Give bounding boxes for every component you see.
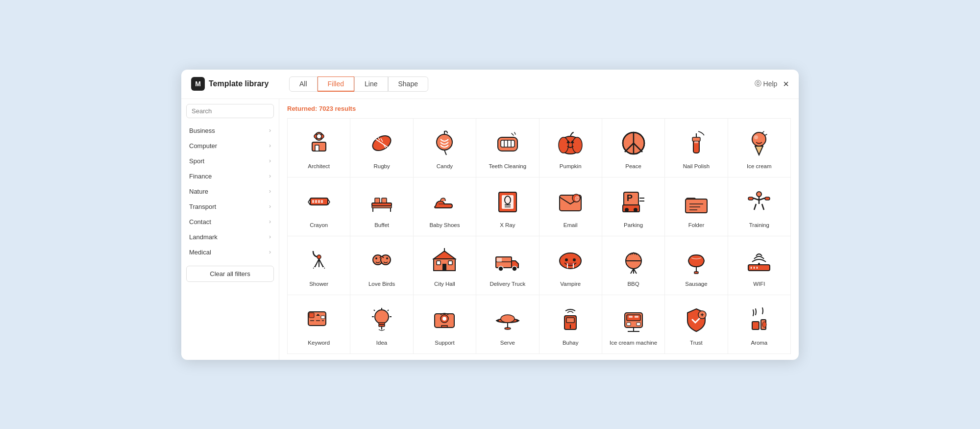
- svg-point-90: [560, 253, 581, 269]
- icon-image: [492, 127, 523, 159]
- icon-label: BBQ: [627, 280, 639, 288]
- icon-label: Parking: [624, 222, 643, 229]
- list-item[interactable]: P Parking: [602, 177, 665, 236]
- icon-image: [555, 127, 586, 159]
- list-item[interactable]: Candy: [414, 119, 476, 177]
- list-item[interactable]: Ice cream: [728, 119, 791, 177]
- list-item[interactable]: Trust: [665, 295, 728, 354]
- svg-rect-62: [686, 199, 707, 213]
- list-item[interactable]: Crayon: [288, 177, 350, 236]
- list-item[interactable]: Nail Polish: [665, 119, 728, 177]
- template-library-modal: M Template library All Filled Line Shape…: [181, 70, 799, 360]
- list-item[interactable]: Teeth Cleaning: [476, 119, 539, 177]
- svg-point-92: [573, 258, 576, 261]
- list-item[interactable]: Peace: [602, 119, 665, 177]
- list-item[interactable]: X Ray: [476, 177, 539, 236]
- list-item[interactable]: Delivery Truck: [476, 236, 539, 295]
- list-item[interactable]: Shower: [288, 236, 350, 295]
- sidebar-item-contact[interactable]: Contact ›: [181, 214, 279, 229]
- icon-label: Candy: [437, 163, 453, 170]
- svg-point-111: [375, 310, 389, 324]
- list-item[interactable]: Keyword: [288, 295, 350, 354]
- icon-image: [743, 245, 775, 277]
- list-item[interactable]: Support: [414, 295, 476, 354]
- sidebar-item-medical[interactable]: Medical ›: [181, 245, 279, 260]
- sidebar-item-sport[interactable]: Sport ›: [181, 153, 279, 169]
- svg-point-74: [317, 255, 321, 259]
- clear-filters-button[interactable]: Clear all filters: [186, 266, 274, 282]
- list-item[interactable]: WIFI: [728, 236, 791, 295]
- svg-point-104: [758, 263, 760, 265]
- list-item[interactable]: Buffet: [350, 177, 413, 236]
- icon-image: [681, 127, 712, 159]
- svg-rect-29: [694, 141, 698, 143]
- tab-filled[interactable]: Filled: [318, 76, 354, 92]
- list-item[interactable]: Ice cream machine: [602, 295, 665, 354]
- modal-header: M Template library All Filled Line Shape…: [181, 70, 799, 99]
- list-item[interactable]: @ Email: [539, 177, 602, 236]
- list-item[interactable]: Idea: [350, 295, 413, 354]
- svg-point-91: [565, 258, 568, 261]
- icon-label: Peace: [625, 163, 641, 170]
- svg-point-126: [501, 315, 514, 323]
- svg-rect-83: [448, 261, 452, 265]
- icon-image: @: [555, 186, 586, 218]
- svg-point-56: [634, 208, 637, 212]
- icon-label: City Hall: [434, 280, 455, 288]
- icon-image: [743, 304, 775, 335]
- icon-label: Serve: [500, 339, 515, 347]
- sidebar-item-landmark[interactable]: Landmark ›: [181, 229, 279, 245]
- help-label: Help: [763, 80, 778, 88]
- icon-label: Rugby: [373, 163, 390, 170]
- search-input[interactable]: [186, 104, 274, 118]
- svg-rect-27: [692, 137, 700, 141]
- list-item[interactable]: Pumpkin: [539, 119, 602, 177]
- help-button[interactable]: ⓪ Help: [755, 79, 778, 88]
- icon-label: Delivery Truck: [490, 280, 525, 288]
- list-item[interactable]: Folder: [665, 177, 728, 236]
- tab-line[interactable]: Line: [354, 76, 388, 92]
- sidebar-item-business[interactable]: Business ›: [181, 123, 279, 138]
- icon-image: [555, 245, 586, 277]
- list-item[interactable]: Baby Shoes: [414, 177, 476, 236]
- main-content: Returned: 7023 results Architect Rugby: [279, 99, 799, 360]
- list-item[interactable]: Serve: [476, 295, 539, 354]
- modal-title: Template library: [209, 79, 269, 88]
- svg-line-118: [374, 310, 375, 311]
- sidebar-item-label: Sport: [189, 157, 204, 165]
- tab-all[interactable]: All: [289, 76, 318, 92]
- sidebar-item-computer[interactable]: Computer ›: [181, 138, 279, 153]
- chevron-right-icon: ›: [269, 188, 271, 195]
- svg-rect-40: [375, 198, 380, 203]
- svg-rect-107: [321, 316, 325, 319]
- list-item[interactable]: Vampire: [539, 236, 602, 295]
- list-item[interactable]: Buhay: [539, 295, 602, 354]
- list-item[interactable]: Aroma: [728, 295, 791, 354]
- list-item[interactable]: Sausage: [665, 236, 728, 295]
- tab-shape[interactable]: Shape: [388, 76, 428, 92]
- icon-image: [681, 304, 712, 335]
- svg-point-66: [757, 192, 761, 197]
- svg-rect-113: [379, 325, 385, 327]
- icon-image: [618, 304, 649, 335]
- svg-rect-81: [442, 264, 446, 271]
- chevron-right-icon: ›: [269, 233, 271, 240]
- icon-image: [303, 186, 335, 218]
- list-item[interactable]: Architect: [288, 119, 350, 177]
- list-item[interactable]: BBQ: [602, 236, 665, 295]
- sidebar-item-nature[interactable]: Nature ›: [181, 184, 279, 199]
- list-item[interactable]: Training: [728, 177, 791, 236]
- svg-point-86: [498, 266, 503, 271]
- close-button[interactable]: ×: [783, 79, 789, 89]
- icon-image: P: [618, 186, 649, 218]
- list-item[interactable]: City Hall: [414, 236, 476, 295]
- svg-rect-140: [627, 323, 631, 326]
- sidebar-item-finance[interactable]: Finance ›: [181, 169, 279, 184]
- svg-point-77: [375, 257, 377, 259]
- list-item[interactable]: Rugby: [350, 119, 413, 177]
- svg-rect-37: [321, 200, 323, 203]
- sidebar-item-transport[interactable]: Transport ›: [181, 199, 279, 214]
- svg-point-10: [437, 134, 452, 150]
- svg-rect-35: [315, 200, 317, 203]
- list-item[interactable]: Love Birds: [350, 236, 413, 295]
